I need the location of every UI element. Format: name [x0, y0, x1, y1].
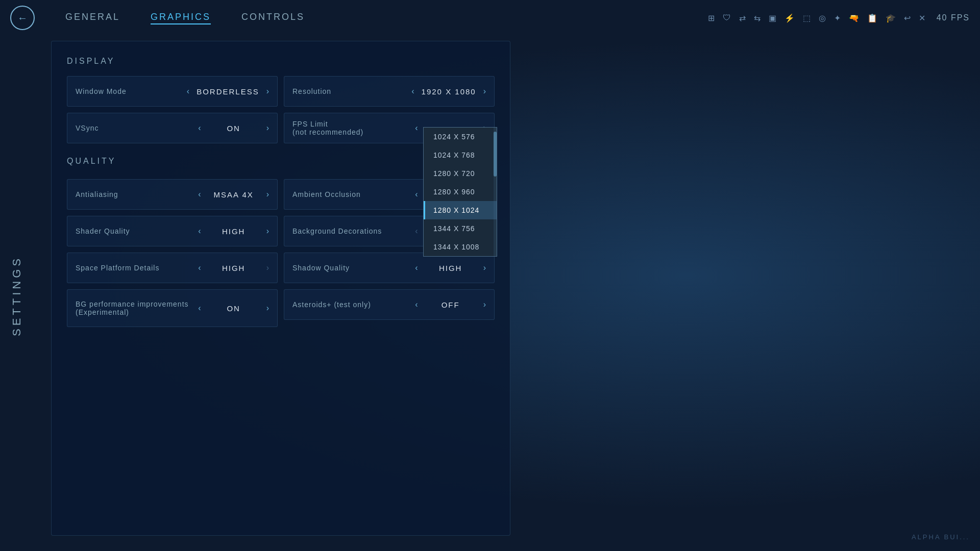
shadow-quality-item: Shadow Quality ‹ HIGH ›: [284, 253, 495, 283]
asteroids-control: ‹ OFF ›: [415, 300, 486, 309]
back-icon: ←: [17, 12, 28, 24]
window-mode-control: ‹ BORDERLESS ›: [187, 87, 269, 96]
asteroids-prev[interactable]: ‹: [415, 300, 418, 309]
quality-section-title: QUALITY: [67, 157, 116, 166]
grid-icon: ⊞: [708, 13, 716, 23]
asteroids-next[interactable]: ›: [483, 300, 486, 309]
nav-tabs: GENERAL GRAPHICS CONTROLS: [65, 12, 305, 24]
resolution-option-1280x960[interactable]: 1280 X 960: [424, 183, 497, 201]
person-icon: 🔫: [849, 13, 860, 23]
crosshair-icon: ✦: [834, 13, 842, 23]
vsync-control: ‹ ON ›: [198, 123, 269, 133]
asteroids-label: Asteroids+ (test only): [292, 300, 415, 309]
resolution-option-1280x720[interactable]: 1280 X 720: [424, 164, 497, 183]
shadow-quality-next[interactable]: ›: [483, 263, 486, 272]
space-platform-details-control: ‹ HIGH ›: [198, 263, 269, 272]
resolution-dropdown: 1024 X 576 1024 X 768 1280 X 720 1280 X …: [423, 127, 497, 257]
antialiasing-label: Antialiasing: [76, 190, 198, 198]
antialiasing-prev[interactable]: ‹: [198, 190, 201, 199]
shader-quality-label: Shader Quality: [76, 227, 198, 235]
background-decorations-prev[interactable]: ‹: [415, 227, 418, 236]
background-decorations-label: Background Decorations: [292, 227, 415, 235]
shader-quality-control: ‹ HIGH ›: [198, 227, 269, 236]
shader-quality-prev[interactable]: ‹: [198, 227, 201, 236]
vsync-item: VSync ‹ ON ›: [67, 113, 278, 143]
shield-icon: 🛡: [723, 13, 732, 22]
asteroids-value: OFF: [425, 300, 476, 309]
undo-icon: ↩: [904, 13, 912, 23]
resolution-option-1280x1024[interactable]: 1280 X 1024: [424, 201, 497, 219]
window-mode-next[interactable]: ›: [266, 87, 269, 96]
resolution-prev[interactable]: ‹: [411, 87, 414, 96]
tab-general[interactable]: GENERAL: [65, 12, 120, 24]
fps-counter: 40 FPS: [937, 13, 970, 22]
resolution-item: Resolution ‹ 1920 X 1080 ›: [284, 76, 495, 107]
box2-icon: ⬚: [803, 13, 812, 23]
hat-icon: 🎓: [886, 13, 897, 23]
vsync-label: VSync: [76, 124, 198, 132]
space-platform-details-item: Space Platform Details ‹ HIGH ›: [67, 253, 278, 283]
window-mode-label: Window Mode: [76, 87, 187, 95]
topbar-left: ← GENERAL GRAPHICS CONTROLS: [10, 6, 305, 30]
fps-limit-prev[interactable]: ‹: [415, 123, 418, 133]
ambient-occlusion-prev[interactable]: ‹: [415, 190, 418, 199]
shader-quality-next[interactable]: ›: [266, 227, 269, 236]
resolution-value: 1920 X 1080: [422, 87, 476, 96]
display-section-title: DISPLAY: [67, 57, 495, 66]
arrow-icon: ⇄: [739, 13, 747, 23]
settings-label: SETTINGS: [10, 41, 23, 551]
resolution-option-1024x576[interactable]: 1024 X 576: [424, 128, 497, 146]
close-icon: ✕: [919, 13, 926, 23]
resolution-option-1344x1008[interactable]: 1344 X 1008: [424, 238, 497, 256]
bolt-icon: ⚡: [785, 13, 796, 23]
shadow-quality-control: ‹ HIGH ›: [415, 263, 486, 272]
settings-text: SETTINGS: [10, 256, 23, 336]
ambient-occlusion-label: Ambient Occlusion: [292, 190, 415, 198]
topbar-right: ⊞ 🛡 ⇄ ⇆ ▣ ⚡ ⬚ ◎ ✦ 🔫 📋 🎓 ↩ ✕ 40 FPS: [708, 13, 970, 23]
shader-quality-item: Shader Quality ‹ HIGH ›: [67, 216, 278, 246]
clipboard-icon: 📋: [867, 13, 878, 23]
vsync-next[interactable]: ›: [266, 123, 269, 133]
shadow-quality-prev[interactable]: ‹: [415, 263, 418, 272]
bg-performance-prev[interactable]: ‹: [198, 304, 201, 313]
fps-limit-label: FPS Limit (not recommended): [292, 120, 415, 136]
bg-performance-control: ‹ ON ›: [198, 304, 269, 313]
shadow-quality-label: Shadow Quality: [292, 264, 415, 272]
resolution-option-1344x756[interactable]: 1344 X 756: [424, 219, 497, 238]
vsync-value: ON: [208, 124, 259, 133]
resolution-label: Resolution: [292, 87, 411, 95]
tab-controls[interactable]: CONTROLS: [241, 12, 305, 24]
resolution-option-1024x768[interactable]: 1024 X 768: [424, 146, 497, 164]
space-platform-details-next[interactable]: ›: [266, 263, 269, 272]
window-mode-item: Window Mode ‹ BORDERLESS ›: [67, 76, 278, 107]
box-icon: ▣: [769, 13, 777, 23]
bg-performance-label: BG performance improvements (Experimenta…: [76, 300, 198, 316]
bg-performance-item: BG performance improvements (Experimenta…: [67, 289, 278, 327]
resolution-control: ‹ 1920 X 1080 ›: [411, 87, 486, 96]
bg-performance-value: ON: [208, 304, 259, 313]
vsync-prev[interactable]: ‹: [198, 123, 201, 133]
tab-graphics[interactable]: GRAPHICS: [151, 12, 211, 24]
antialiasing-next[interactable]: ›: [266, 190, 269, 199]
bg-performance-next[interactable]: ›: [266, 304, 269, 313]
space-platform-details-value: HIGH: [208, 264, 259, 272]
settings-panel: DISPLAY Window Mode ‹ BORDERLESS › Resol…: [51, 41, 510, 536]
asteroids-item: Asteroids+ (test only) ‹ OFF ›: [284, 289, 495, 320]
topbar-icons: ⊞ 🛡 ⇄ ⇆ ▣ ⚡ ⬚ ◎ ✦ 🔫 📋 🎓 ↩ ✕: [708, 13, 926, 23]
arrow2-icon: ⇆: [754, 13, 762, 23]
topbar: ← GENERAL GRAPHICS CONTROLS ⊞ 🛡 ⇄ ⇆ ▣ ⚡ …: [0, 0, 980, 36]
back-button[interactable]: ←: [10, 6, 35, 30]
circle-icon: ◎: [819, 13, 827, 23]
resolution-next[interactable]: ›: [483, 87, 486, 96]
space-platform-details-prev[interactable]: ‹: [198, 263, 201, 272]
space-platform-details-label: Space Platform Details: [76, 264, 198, 272]
antialiasing-value: MSAA 4X: [208, 190, 259, 199]
shadow-quality-value: HIGH: [425, 264, 476, 272]
shader-quality-value: HIGH: [208, 227, 259, 236]
antialiasing-control: ‹ MSAA 4X ›: [198, 190, 269, 199]
window-mode-prev[interactable]: ‹: [187, 87, 189, 96]
antialiasing-item: Antialiasing ‹ MSAA 4X ›: [67, 179, 278, 210]
window-mode-value: BORDERLESS: [197, 87, 259, 96]
alpha-build-watermark: ALPHA BUI...: [912, 533, 970, 541]
